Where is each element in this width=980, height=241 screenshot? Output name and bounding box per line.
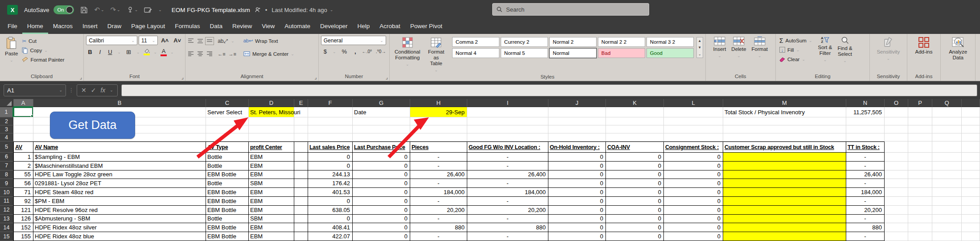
cell-C13[interactable]: Bottle	[206, 215, 249, 224]
cell-K8[interactable]: 0	[606, 170, 664, 179]
cell-C7[interactable]: Bottle	[206, 162, 249, 170]
cell-X14[interactable]	[962, 223, 980, 232]
cell-J3[interactable]	[548, 125, 606, 133]
cell-P9[interactable]	[908, 179, 932, 188]
column-header-O[interactable]: O	[885, 99, 908, 107]
column-header-B[interactable]: B	[33, 99, 206, 107]
row-header-14[interactable]: 14	[0, 223, 13, 232]
cell-C6[interactable]: Bottle	[206, 153, 249, 162]
cell-I1[interactable]	[467, 107, 548, 117]
cell-M4[interactable]	[723, 133, 846, 141]
cell-Q14[interactable]	[932, 223, 962, 232]
cell-J5[interactable]: On-Hold Inventory :	[548, 141, 606, 153]
tab-draw[interactable]: Draw	[103, 20, 127, 34]
tab-page-layout[interactable]: Page Layout	[126, 20, 170, 34]
cell-E10[interactable]	[294, 188, 308, 197]
cell-A12[interactable]: 121	[13, 206, 33, 215]
clipboard-dialog-launcher[interactable]: ⌟	[80, 75, 82, 79]
cell-E4[interactable]	[294, 133, 308, 141]
cell-J2[interactable]	[548, 117, 606, 125]
cell-L14[interactable]: 0	[664, 223, 723, 232]
cell-E7[interactable]	[294, 162, 308, 170]
cell-K1[interactable]	[606, 107, 664, 117]
tab-view[interactable]: View	[257, 20, 280, 34]
align-left-icon[interactable]	[188, 51, 194, 57]
borders-button[interactable]: ⊞	[124, 49, 133, 55]
enter-button[interactable]: ✓	[91, 87, 96, 94]
cell-P7[interactable]	[908, 162, 932, 170]
cell-A2[interactable]	[13, 117, 33, 125]
cell-M3[interactable]	[723, 125, 846, 133]
cell-X11[interactable]	[962, 197, 980, 206]
cell-P11[interactable]	[908, 197, 932, 206]
cell-P14[interactable]	[908, 223, 932, 232]
style-normal-2[interactable]: Normal 2	[549, 37, 597, 47]
cell-N9[interactable]: -	[846, 179, 885, 188]
style-normal-2-2[interactable]: Normal 2 2	[598, 37, 645, 47]
cell-G3[interactable]	[353, 125, 410, 133]
cell-G8[interactable]: 0	[353, 170, 410, 179]
cell-B5[interactable]: AV Name	[33, 141, 206, 153]
get-data-button[interactable]: Get Data	[50, 112, 135, 139]
cell-H9[interactable]: -	[410, 179, 467, 188]
tab-help[interactable]: Help	[353, 20, 375, 34]
cell-I7[interactable]: -	[467, 162, 548, 170]
column-header-H[interactable]: H	[410, 99, 467, 107]
style-bad[interactable]: Bad	[598, 48, 645, 58]
cell-O11[interactable]	[885, 197, 908, 206]
column-header-Q[interactable]: Q	[932, 99, 962, 107]
cell-A11[interactable]: 92	[13, 197, 33, 206]
row-header-4[interactable]: 4	[0, 133, 13, 141]
cell-G5[interactable]: Last Purchase Price	[353, 141, 410, 153]
cell-C9[interactable]: Bottle	[206, 179, 249, 188]
cell-K4[interactable]	[606, 133, 664, 141]
cell-N11[interactable]: -	[846, 197, 885, 206]
column-header-L[interactable]: L	[664, 99, 723, 107]
tab-home[interactable]: Home	[22, 20, 48, 34]
cell-E14[interactable]	[294, 223, 308, 232]
fill-button[interactable]: ↓Fill⌄	[778, 45, 814, 54]
cell-F10[interactable]: 401.53	[308, 188, 353, 197]
cell-O9[interactable]	[885, 179, 908, 188]
italic-button[interactable]: I	[98, 49, 103, 55]
clear-button[interactable]: Clear⌄	[778, 54, 814, 64]
cell-X15[interactable]	[962, 232, 980, 241]
cell-X2[interactable]	[962, 117, 980, 125]
cell-C15[interactable]: EBM Bottle	[206, 232, 249, 241]
cell-L15[interactable]: 0	[664, 232, 723, 241]
cell-Q2[interactable]	[932, 117, 962, 125]
cell-K3[interactable]	[606, 125, 664, 133]
cell-B15[interactable]: HDPE Ridex 48oz blue	[33, 232, 206, 241]
cell-X8[interactable]	[962, 170, 980, 179]
cell-M15[interactable]	[723, 232, 846, 241]
cell-L11[interactable]: 0	[664, 197, 723, 206]
cell-M9[interactable]	[723, 179, 846, 188]
cell-L8[interactable]: 0	[664, 170, 723, 179]
cell-P5[interactable]	[908, 141, 932, 153]
cell-N5[interactable]: TT in Stock :	[846, 141, 885, 153]
cell-H7[interactable]: -	[410, 162, 467, 170]
cell-F8[interactable]: 244.13	[308, 170, 353, 179]
cell-E12[interactable]	[294, 206, 308, 215]
share-pen-button[interactable]	[144, 7, 152, 13]
cell-H13[interactable]: -	[410, 215, 467, 224]
cell-H10[interactable]: 184,000	[410, 188, 467, 197]
cell-E6[interactable]	[294, 153, 308, 162]
cell-K14[interactable]: 0	[606, 223, 664, 232]
cell-H4[interactable]	[410, 133, 467, 141]
cell-C14[interactable]: EBM Bottle	[206, 223, 249, 232]
cell-C3[interactable]	[206, 125, 249, 133]
cell-M13[interactable]	[723, 215, 846, 224]
cell-H3[interactable]	[410, 125, 467, 133]
cell-I6[interactable]: -	[467, 153, 548, 162]
cell-Q7[interactable]	[932, 162, 962, 170]
cell-G1[interactable]: Date	[353, 107, 410, 117]
cell-H2[interactable]	[410, 117, 467, 125]
cell-Q9[interactable]	[932, 179, 962, 188]
redo-button[interactable]: ↷⌄	[111, 6, 120, 14]
cell-C11[interactable]: EBM Bottle	[206, 197, 249, 206]
row-header-8[interactable]: 8	[0, 170, 13, 179]
alignment-dialog-launcher[interactable]: ⌟	[315, 75, 317, 79]
cell-N15[interactable]: -	[846, 232, 885, 241]
cell-G6[interactable]: 0	[353, 153, 410, 162]
